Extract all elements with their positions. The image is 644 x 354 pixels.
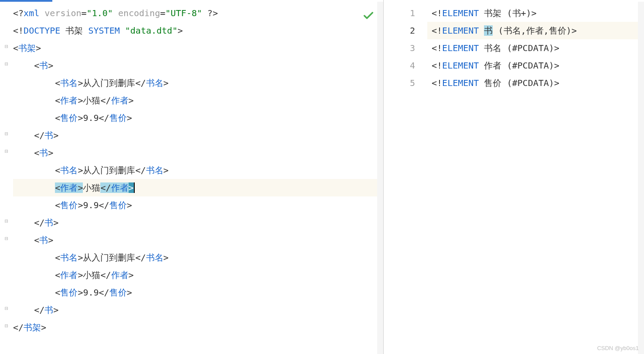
fold-close-icon[interactable]: ⊟ — [3, 131, 10, 137]
code-line[interactable]: <书架> — [13, 39, 383, 57]
code-area-left[interactable]: <?xml version="1.0" encoding="UTF-8" ?><… — [13, 4, 383, 336]
line-number[interactable]: 5 — [384, 74, 415, 92]
code-line[interactable]: <书> — [13, 231, 383, 249]
check-icon — [362, 10, 375, 24]
fold-open-icon[interactable]: ⊟ — [3, 148, 10, 155]
watermark: CSDN @yb0os1 — [597, 345, 639, 351]
scrollbar[interactable] — [638, 2, 644, 354]
code-line[interactable]: <书名>从入门到删库</书名> — [13, 249, 383, 266]
code-line[interactable]: <书> — [13, 144, 383, 162]
fold-open-icon[interactable]: ⊟ — [3, 61, 10, 67]
fold-close-icon[interactable]: ⊟ — [3, 323, 10, 329]
code-line[interactable]: </书架> — [13, 319, 383, 336]
code-line[interactable]: <!DOCTYPE 书架 SYSTEM "data.dtd"> — [13, 22, 383, 39]
right-editor-pane[interactable]: 12345 <!ELEMENT 书架 (书+)><!ELEMENT 书 (书名,… — [384, 0, 644, 354]
code-line[interactable]: <作者>小猫</作者> — [13, 266, 383, 284]
line-number[interactable]: 1 — [384, 4, 415, 22]
code-line[interactable]: </书> — [13, 301, 383, 319]
code-line[interactable]: <作者>小猫</作者> — [13, 92, 383, 109]
code-line[interactable]: <?xml version="1.0" encoding="UTF-8" ?> — [13, 4, 383, 22]
fold-open-icon[interactable]: ⊟ — [3, 44, 10, 50]
code-line[interactable]: <!ELEMENT 书架 (书+)> — [432, 4, 644, 22]
line-number[interactable]: 4 — [384, 57, 415, 74]
code-line[interactable]: <书> — [13, 57, 383, 74]
fold-gutter[interactable]: ⊟⊟⊟⊟⊟⊟⊟⊟ — [3, 2, 11, 354]
code-line[interactable]: <书名>从入门到删库</书名> — [13, 162, 383, 179]
scrollbar[interactable] — [377, 2, 383, 354]
line-number[interactable]: 3 — [384, 39, 415, 57]
line-number-gutter[interactable]: 12345 — [384, 4, 427, 92]
code-line[interactable]: <书名>从入门到删库</书名> — [13, 74, 383, 92]
code-line[interactable]: <售价>9.9</售价> — [13, 109, 383, 127]
code-line[interactable]: </书> — [13, 127, 383, 144]
code-area-right[interactable]: <!ELEMENT 书架 (书+)><!ELEMENT 书 (书名,作者,售价)… — [432, 4, 644, 92]
code-line[interactable]: <!ELEMENT 售价 (#PCDATA)> — [432, 74, 644, 92]
code-line[interactable]: <!ELEMENT 作者 (#PCDATA)> — [432, 57, 644, 74]
left-editor-pane[interactable]: ⊟⊟⊟⊟⊟⊟⊟⊟ <?xml version="1.0" encoding="U… — [0, 0, 384, 354]
code-line[interactable]: <售价>9.9</售价> — [13, 196, 383, 214]
code-line[interactable]: <!ELEMENT 书名 (#PCDATA)> — [432, 39, 644, 57]
code-line[interactable]: <!ELEMENT 书 (书名,作者,售价)> — [432, 22, 644, 39]
fold-close-icon[interactable]: ⊟ — [3, 218, 10, 224]
fold-close-icon[interactable]: ⊟ — [3, 306, 10, 312]
code-line[interactable]: <售价>9.9</售价> — [13, 284, 383, 301]
fold-open-icon[interactable]: ⊟ — [3, 236, 10, 242]
code-line[interactable]: <作者>小猫</作者> — [13, 179, 383, 196]
line-number[interactable]: 2 — [384, 22, 415, 39]
code-line[interactable]: </书> — [13, 214, 383, 231]
